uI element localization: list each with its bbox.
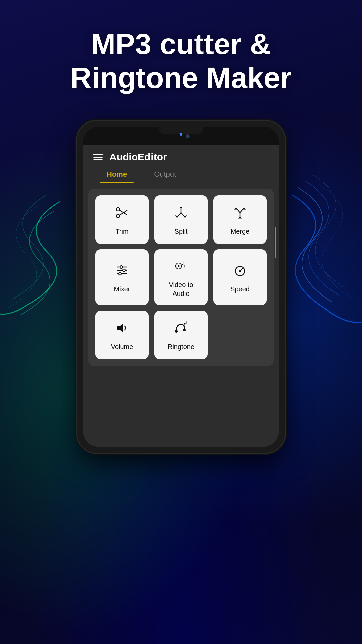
- svg-text:♪: ♪: [183, 264, 186, 269]
- trim-label: Trim: [115, 227, 128, 236]
- svg-point-27: [183, 329, 186, 331]
- title-line2: Ringtone Maker: [70, 61, 292, 94]
- tabs-bar: Home Output: [83, 165, 279, 183]
- tab-output[interactable]: Output: [140, 165, 189, 183]
- feature-grid-area: Trim: [88, 189, 274, 366]
- main-title: MP3 cutter & Ringtone Maker: [20, 27, 342, 95]
- app-header: AudioEditor: [83, 145, 279, 163]
- speed-icon: [233, 263, 247, 280]
- menu-line-1: [93, 154, 103, 155]
- camera-dot: [186, 134, 190, 138]
- svg-point-26: [175, 330, 178, 333]
- volume-icon: [115, 321, 129, 338]
- app-screen: AudioEditor Home Output: [83, 145, 279, 447]
- trim-button[interactable]: Trim: [95, 195, 149, 244]
- merge-icon: [233, 205, 247, 222]
- menu-line-3: [93, 159, 103, 160]
- video-to-audio-label: Video toAudio: [169, 280, 193, 298]
- hamburger-menu-button[interactable]: [93, 154, 103, 160]
- svg-marker-14: [178, 265, 180, 267]
- split-label: Split: [175, 227, 188, 236]
- tab-output-label: Output: [154, 170, 176, 178]
- mixer-icon: [115, 263, 129, 280]
- phone-notch-area: [83, 127, 279, 145]
- video-to-audio-button[interactable]: ♩ ♪ Video toAudio: [154, 249, 208, 305]
- svg-line-2: [119, 210, 127, 215]
- svg-line-4: [124, 210, 127, 213]
- mixer-button[interactable]: Mixer: [95, 249, 149, 305]
- volume-button[interactable]: Volume: [95, 311, 149, 359]
- scroll-indicator: [275, 227, 276, 258]
- wave-right-decoration: [292, 174, 362, 342]
- svg-point-0: [116, 208, 120, 211]
- volume-label: Volume: [111, 342, 133, 351]
- svg-line-23: [237, 268, 237, 268]
- svg-point-19: [239, 270, 241, 272]
- ringtone-label: Ringtone: [168, 342, 194, 351]
- ringtone-icon: ♪ ♩: [174, 321, 188, 338]
- app-title: AudioEditor: [109, 151, 167, 163]
- wave-left-decoration: [0, 184, 60, 319]
- feature-grid: Trim: [95, 195, 267, 359]
- svg-point-12: [119, 272, 121, 275]
- svg-point-10: [120, 266, 123, 268]
- split-button[interactable]: Split: [154, 195, 208, 244]
- merge-button[interactable]: Merge: [213, 195, 267, 244]
- mixer-label: Mixer: [114, 285, 130, 293]
- svg-point-1: [116, 214, 120, 218]
- phone-mockup: AudioEditor Home Output: [77, 121, 285, 453]
- video-to-audio-icon: ♩ ♪: [174, 259, 188, 276]
- ringtone-button[interactable]: ♪ ♩ Ringtone: [154, 311, 208, 359]
- title-line1: MP3 cutter &: [91, 27, 271, 60]
- tab-home-label: Home: [107, 170, 127, 178]
- merge-label: Merge: [231, 227, 250, 236]
- phone-screen: AudioEditor Home Output: [83, 127, 279, 447]
- speed-label: Speed: [230, 285, 250, 293]
- svg-point-11: [123, 269, 125, 272]
- trim-icon: [115, 205, 129, 222]
- split-icon: [174, 205, 188, 222]
- svg-line-24: [243, 268, 243, 268]
- menu-line-2: [93, 157, 103, 158]
- speed-button[interactable]: Speed: [213, 249, 267, 305]
- title-area: MP3 cutter & Ringtone Maker: [0, 27, 362, 95]
- svg-text:♩: ♩: [185, 321, 187, 325]
- svg-marker-25: [117, 323, 123, 333]
- phone-frame: AudioEditor Home Output: [77, 121, 285, 453]
- tab-home[interactable]: Home: [93, 165, 140, 183]
- status-indicator: [180, 133, 182, 136]
